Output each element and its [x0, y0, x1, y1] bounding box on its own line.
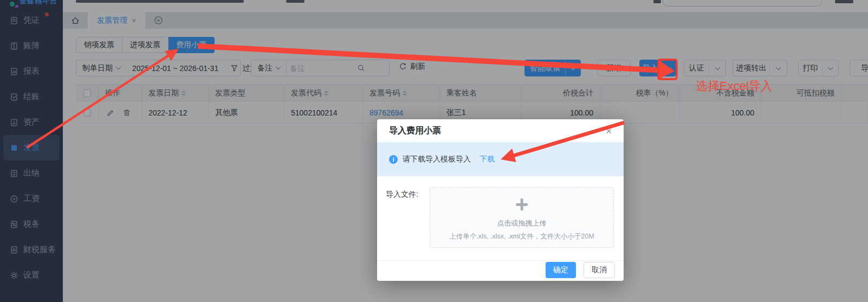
- download-template-link[interactable]: 下载: [480, 155, 495, 164]
- modal-title: 导入费用小票: [389, 125, 441, 137]
- info-text: 请下载导入模板导入: [403, 155, 471, 164]
- app-window: 金蝶精斗云 凭证 账簿 报表 结账 资产 发票 出纳: [0, 0, 868, 302]
- upload-main-text: 点击或拖拽上传: [497, 219, 547, 228]
- modal-body: 导入文件: + 点击或拖拽上传 上传单个.xls, .xlsx, .xml文件，…: [377, 176, 624, 260]
- template-info-bar: i 请下载导入模板导入 下载: [377, 142, 624, 176]
- upload-hint-text: 上传单个.xls, .xlsx, .xml文件，文件大小小于20M: [449, 232, 594, 241]
- plus-icon: +: [515, 194, 529, 215]
- confirm-button[interactable]: 确定: [546, 262, 576, 278]
- info-icon: i: [389, 155, 398, 164]
- modal-close-icon[interactable]: ×: [606, 126, 612, 136]
- modal-header: 导入费用小票 ×: [377, 119, 624, 142]
- import-file-label: 导入文件:: [386, 190, 418, 200]
- import-expense-ticket-modal: 导入费用小票 × i 请下载导入模板导入 下载 导入文件: + 点击或拖拽上传 …: [377, 119, 624, 281]
- cancel-button[interactable]: 取消: [584, 262, 615, 278]
- modal-footer: 确定 取消: [377, 260, 624, 281]
- file-upload-dropzone[interactable]: + 点击或拖拽上传 上传单个.xls, .xlsx, .xml文件，文件大小小于…: [430, 187, 614, 248]
